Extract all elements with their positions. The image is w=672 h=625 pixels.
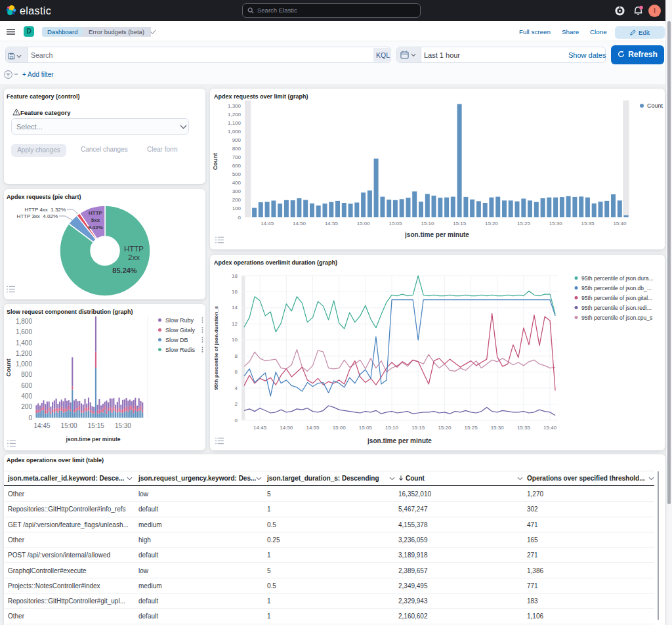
svg-text:15:10: 15:10: [421, 221, 434, 226]
svg-text:Count: Count: [5, 358, 12, 376]
svg-text:95th percentile of json.cpu_s: 95th percentile of json.cpu_s: [581, 314, 652, 321]
svg-text:15:00: 15:00: [357, 221, 371, 226]
svg-text:HTTP: HTTP: [124, 245, 144, 253]
svg-text:200: 200: [232, 197, 242, 203]
svg-text:95th percentile of json.gital.: 95th percentile of json.gital...: [581, 295, 652, 301]
svg-text:700: 700: [232, 154, 242, 160]
svg-text:14: 14: [232, 305, 238, 311]
svg-text:HTTP 3xx 4.02%: HTTP 3xx 4.02%: [16, 213, 58, 219]
svg-text:0: 0: [235, 418, 238, 423]
svg-text:0: 0: [238, 215, 242, 221]
svg-text:15:15: 15:15: [88, 422, 104, 429]
svg-text:15:40: 15:40: [613, 221, 627, 226]
svg-text:15:40: 15:40: [543, 425, 557, 431]
svg-text:800: 800: [21, 371, 32, 378]
svg-text:85.24%: 85.24%: [112, 267, 137, 274]
svg-text:1,200: 1,200: [228, 112, 242, 118]
svg-text:200: 200: [21, 403, 32, 410]
svg-text:15:30: 15:30: [115, 422, 131, 429]
svg-text:95th percentile of json.dura..: 95th percentile of json.dura...: [581, 275, 654, 282]
svg-text:400: 400: [232, 180, 242, 186]
svg-text:12: 12: [232, 321, 238, 327]
svg-text:Slow Redis: Slow Redis: [165, 347, 196, 353]
svg-text:15:25: 15:25: [465, 425, 478, 431]
svg-text:800: 800: [232, 146, 242, 152]
svg-text:1,800: 1,800: [16, 318, 32, 325]
svg-text:HTTP 4xx 1.32%: HTTP 4xx 1.32%: [24, 207, 66, 213]
svg-text:10: 10: [232, 337, 238, 343]
svg-text:600: 600: [232, 163, 242, 169]
svg-text:15:05: 15:05: [359, 425, 373, 431]
svg-text:Slow DB: Slow DB: [165, 337, 188, 343]
svg-text:2: 2: [235, 401, 238, 407]
svg-text:15:15: 15:15: [411, 425, 425, 431]
svg-text:15:05: 15:05: [388, 221, 402, 226]
svg-text:1,300: 1,300: [228, 103, 242, 109]
svg-text:Count: Count: [212, 153, 219, 170]
svg-text:1,000: 1,000: [16, 360, 32, 368]
svg-text:Slow Ruby: Slow Ruby: [165, 317, 194, 324]
svg-text:json.time per minute: json.time per minute: [404, 231, 469, 238]
svg-text:9.42%: 9.42%: [88, 225, 103, 230]
svg-text:400: 400: [21, 393, 32, 400]
svg-text:8: 8: [235, 353, 238, 359]
svg-text:15:30: 15:30: [491, 425, 505, 431]
svg-text:16: 16: [232, 289, 238, 295]
svg-text:500: 500: [232, 171, 242, 177]
svg-text:5xx: 5xx: [91, 217, 100, 223]
svg-text:json.time per minute: json.time per minute: [367, 437, 432, 444]
svg-text:18: 18: [232, 273, 238, 279]
svg-text:15:30: 15:30: [549, 221, 563, 226]
svg-text:2xx: 2xx: [128, 253, 140, 261]
svg-text:15:15: 15:15: [453, 221, 467, 226]
svg-text:300: 300: [232, 188, 242, 194]
svg-text:0: 0: [28, 414, 32, 421]
svg-text:15:10: 15:10: [385, 425, 399, 431]
svg-text:900: 900: [232, 137, 242, 143]
svg-text:1,400: 1,400: [16, 339, 32, 347]
svg-text:Slow Gitaly: Slow Gitaly: [165, 327, 196, 334]
svg-text:14:45: 14:45: [33, 422, 50, 429]
svg-text:95th percentile of json.durati: 95th percentile of json.duration_s: [213, 305, 219, 390]
svg-text:15:25: 15:25: [517, 221, 531, 226]
svg-text:15:00: 15:00: [333, 425, 346, 431]
svg-text:14:50: 14:50: [280, 425, 293, 431]
svg-text:14:55: 14:55: [325, 221, 339, 226]
svg-text:15:00: 15:00: [61, 422, 77, 429]
svg-text:95th percentile of json.redi..: 95th percentile of json.redi...: [581, 305, 652, 311]
svg-text:95th percentile of json.db_...: 95th percentile of json.db_...: [581, 285, 652, 291]
svg-text:15:35: 15:35: [517, 425, 531, 431]
svg-text:14:50: 14:50: [293, 221, 306, 226]
svg-text:100: 100: [232, 205, 242, 211]
svg-text:1,100: 1,100: [228, 120, 242, 126]
svg-text:14:45: 14:45: [253, 425, 267, 431]
svg-text:14:45: 14:45: [261, 221, 274, 226]
svg-text:14:55: 14:55: [306, 425, 320, 431]
svg-text:1,000: 1,000: [228, 129, 242, 135]
svg-text:json.time per minute: json.time per minute: [65, 436, 120, 442]
svg-text:15:20: 15:20: [438, 425, 452, 431]
svg-text:1,200: 1,200: [16, 350, 32, 357]
svg-text:15:20: 15:20: [485, 221, 499, 226]
svg-text:1,600: 1,600: [16, 328, 32, 335]
svg-text:4: 4: [235, 385, 238, 391]
svg-text:HTTP: HTTP: [89, 210, 103, 216]
svg-text:Count: Count: [647, 102, 663, 109]
svg-text:15:35: 15:35: [581, 221, 595, 226]
svg-text:600: 600: [21, 382, 32, 389]
svg-text:6: 6: [235, 369, 238, 375]
